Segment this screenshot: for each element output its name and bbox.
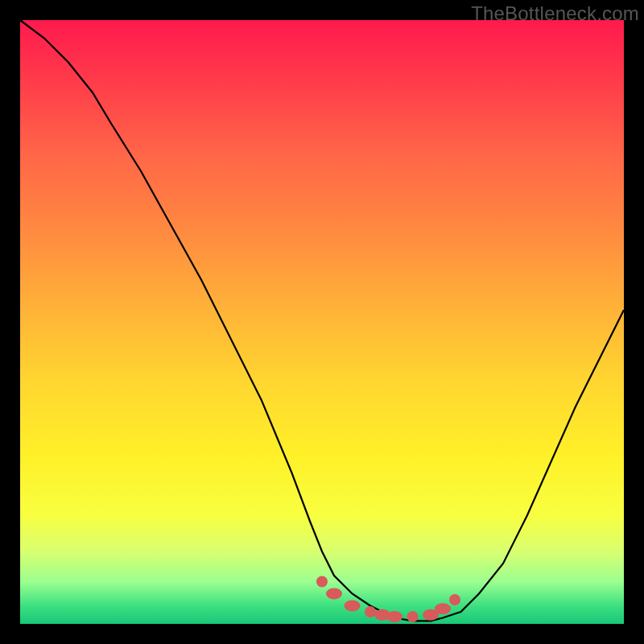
watermark-label: TheBottleneck.com xyxy=(471,2,639,25)
bottleneck-curve xyxy=(20,20,624,624)
marker-dot xyxy=(345,601,361,612)
marker-dot xyxy=(326,588,342,600)
marker-dot xyxy=(386,611,402,622)
marker-dot xyxy=(407,611,419,622)
chart-frame: TheBottleneck.com xyxy=(0,0,644,644)
marker-dot xyxy=(316,576,328,588)
plot-area xyxy=(20,20,624,624)
marker-dot xyxy=(435,603,451,614)
curve-line xyxy=(20,20,624,621)
marker-dot xyxy=(449,594,460,605)
marker-dot xyxy=(365,606,376,617)
flat-region-markers xyxy=(316,576,460,623)
